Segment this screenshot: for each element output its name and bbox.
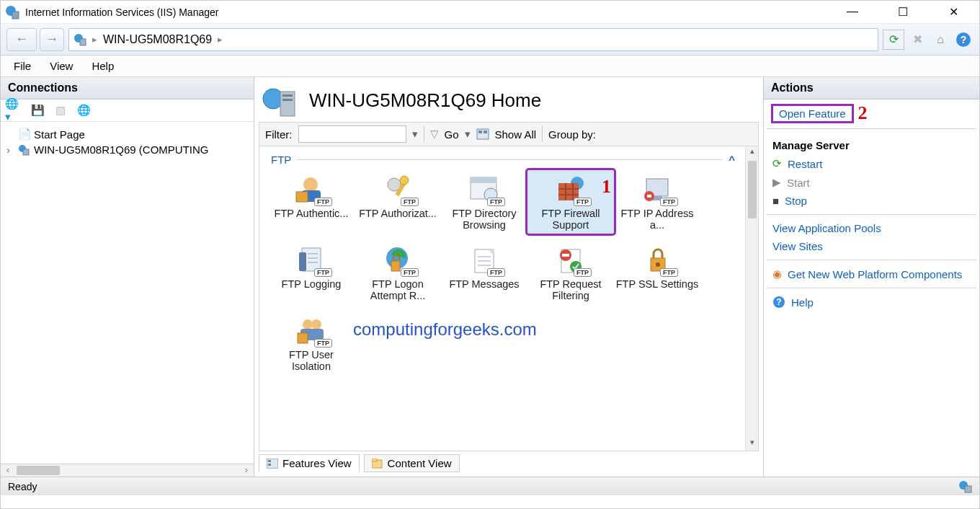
action-get-new-web-platform[interactable]: ◉ Get New Web Platform Components <box>771 265 972 283</box>
action-view-app-pools[interactable]: View Application Pools <box>771 219 972 237</box>
restart-icon: ⟳ <box>772 157 782 170</box>
svg-rect-7 <box>23 149 29 155</box>
server-home-icon <box>262 86 298 115</box>
ftp-ip-icon: FTP <box>638 173 677 205</box>
ftp-ssl-icon: FTP <box>638 244 677 275</box>
breadcrumb[interactable]: ▸ WIN-UG5M08R1Q69 ▸ <box>68 28 878 51</box>
stop-icon: ✖ <box>907 30 927 50</box>
action-manage-server-head: Manage Server <box>771 133 972 154</box>
svg-point-16 <box>303 177 318 192</box>
connections-toolbar: 🌐▾ 💾 ▧ 🌐 <box>1 99 254 122</box>
menu-help[interactable]: Help <box>92 60 114 72</box>
help-icon[interactable]: ? <box>953 30 974 50</box>
go-dropdown-icon[interactable]: ▾ <box>465 128 471 141</box>
maximize-button[interactable]: ☐ <box>888 5 917 19</box>
show-all-icon[interactable] <box>476 128 489 140</box>
action-stop[interactable]: ■ Stop <box>771 192 972 210</box>
start-icon: ▶ <box>772 176 781 189</box>
features-vscroll[interactable]: ▴▾ <box>745 146 758 451</box>
feature-ftp-logging[interactable]: FTP FTP Logging <box>268 241 355 304</box>
action-restart[interactable]: ⟳ Restart <box>771 154 972 173</box>
group-ftp-label[interactable]: FTP <box>271 154 291 166</box>
statusbar: Ready <box>1 477 979 495</box>
feature-ftp-authorization[interactable]: FTP FTP Authorizat... <box>355 170 441 234</box>
svg-rect-14 <box>478 130 482 133</box>
refresh-icon[interactable]: ⟳ <box>883 30 904 50</box>
feature-ftp-user-isolation[interactable]: FTP FTP User Isolation <box>268 311 355 375</box>
svg-rect-12 <box>282 99 293 101</box>
action-open-feature[interactable]: Open Feature <box>771 104 854 123</box>
titlebar: Internet Information Services (IIS) Mana… <box>1 1 979 24</box>
help-icon: ? <box>772 296 785 309</box>
minimize-button[interactable]: — <box>838 5 867 19</box>
menu-view[interactable]: View <box>50 60 73 72</box>
nav-forward-button[interactable]: → <box>40 28 64 51</box>
tab-features-label: Features View <box>282 457 352 469</box>
feature-ftp-ip-address[interactable]: FTP FTP IP Address a... <box>614 170 700 234</box>
svg-rect-57 <box>298 333 308 343</box>
feature-label: FTP User Isolation <box>270 349 353 372</box>
feature-ftp-directory-browsing[interactable]: FTP FTP Directory Browsing <box>441 170 527 234</box>
action-view-sites[interactable]: View Sites <box>771 237 972 255</box>
action-start[interactable]: ▶ Start <box>771 173 972 192</box>
show-all-label[interactable]: Show All <box>495 128 537 141</box>
tab-content-view[interactable]: Content View <box>364 454 460 472</box>
tree-start-page[interactable]: 📄 Start Page <box>6 126 248 142</box>
feature-ftp-authentication[interactable]: FTP FTP Authentic... <box>268 170 355 234</box>
svg-point-54 <box>303 319 313 329</box>
breadcrumb-server[interactable]: WIN-UG5M08R1Q69 <box>103 33 212 46</box>
connections-hscroll[interactable]: ‹› <box>1 464 254 477</box>
svg-rect-59 <box>268 460 271 462</box>
feature-ftp-request-filtering[interactable]: FTP FTP Request Filtering <box>527 241 614 304</box>
actions-header: Actions <box>764 77 979 99</box>
filter-bar: Filter: ▾ ▽ Go ▾ Show All Group by: <box>259 122 759 146</box>
expand-caret-icon[interactable]: › <box>6 143 15 156</box>
up-icon: ▧ <box>51 102 70 118</box>
remove-icon[interactable]: 🌐 <box>74 102 93 118</box>
filter-label: Filter: <box>265 128 293 141</box>
svg-point-21 <box>400 176 409 185</box>
ftp-authz-icon: FTP <box>378 173 417 205</box>
svg-rect-11 <box>282 94 293 97</box>
filter-dropdown-icon[interactable]: ▾ <box>412 128 418 141</box>
ftp-request-icon: FTP <box>551 244 590 275</box>
feature-label: FTP Firewall Support <box>529 208 612 231</box>
features-area: FTP ^ FTP FTP Authentic... FTP FTP Autho… <box>259 146 759 451</box>
save-icon[interactable]: 💾 <box>28 102 47 118</box>
nav-back-button[interactable]: ← <box>6 28 37 51</box>
connect-icon[interactable]: 🌐▾ <box>5 102 24 118</box>
feature-label: FTP IP Address a... <box>615 208 699 231</box>
group-collapse-icon[interactable]: ^ <box>729 154 735 166</box>
server-icon <box>74 33 86 46</box>
feature-ftp-logon-attempt[interactable]: FTP FTP Logon Attempt R... <box>355 241 441 304</box>
close-button[interactable]: ✕ <box>939 5 968 19</box>
svg-rect-62 <box>372 459 377 461</box>
start-page-icon: 📄 <box>18 128 31 141</box>
tab-features-view[interactable]: Features View <box>259 454 360 472</box>
tree-start-label: Start Page <box>34 128 85 141</box>
ftp-logon-icon: FTP <box>378 244 417 275</box>
server-node-icon <box>18 144 31 156</box>
svg-rect-15 <box>484 130 487 133</box>
tree-server-node[interactable]: › WIN-UG5M08R1Q69 (COMPUTING <box>6 142 248 157</box>
home-icon[interactable]: ⌂ <box>930 30 950 50</box>
action-help[interactable]: ? Help <box>771 293 972 311</box>
connections-header: Connections <box>1 77 254 99</box>
feature-label: FTP Authorizat... <box>356 208 440 219</box>
filter-input[interactable] <box>298 125 406 143</box>
feature-ftp-firewall-support[interactable]: FTP FTP Firewall Support <box>527 170 614 234</box>
svg-rect-1 <box>12 12 19 19</box>
menu-file[interactable]: File <box>14 60 31 72</box>
status-config-icon[interactable] <box>958 480 972 493</box>
svg-point-53 <box>656 262 660 267</box>
svg-text:?: ? <box>961 34 967 45</box>
web-platform-icon: ◉ <box>772 267 782 280</box>
go-icon[interactable]: ▽ <box>430 128 439 141</box>
annotation-1: 1 <box>602 176 611 198</box>
feature-ftp-ssl-settings[interactable]: FTP FTP SSL Settings <box>614 241 700 304</box>
svg-rect-35 <box>647 195 651 198</box>
connections-pane: Connections 🌐▾ 💾 ▧ 🌐 📄 Start Page › WIN-… <box>1 77 254 477</box>
navbar: ← → ▸ WIN-UG5M08R1Q69 ▸ ⟳ ✖ ⌂ ? <box>1 24 979 56</box>
feature-ftp-messages[interactable]: FTP FTP Messages <box>441 241 527 304</box>
go-label[interactable]: Go <box>445 128 459 141</box>
